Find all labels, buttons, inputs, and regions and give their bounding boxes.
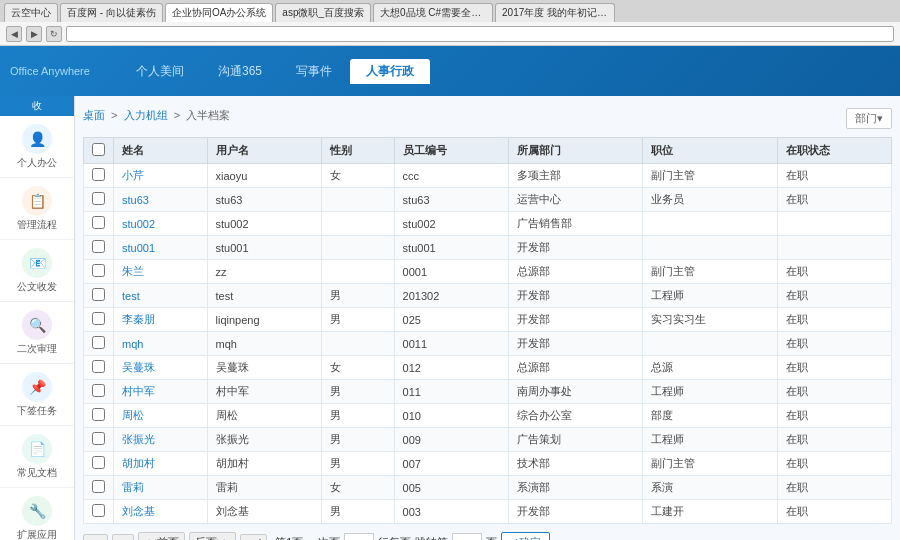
cell-status: 在职 [777, 404, 891, 428]
name-link-10[interactable]: 周松 [122, 409, 144, 421]
cell-name: test [114, 284, 208, 308]
cell-position: 总源 [643, 356, 778, 380]
cell-username: zz [207, 260, 321, 284]
cell-gender [321, 212, 394, 236]
name-link-13[interactable]: 雷莉 [122, 481, 144, 493]
sidebar-label-doc: 公文收发 [17, 281, 57, 293]
url-bar[interactable] [66, 26, 894, 42]
name-link-14[interactable]: 刘念基 [122, 505, 155, 517]
table-row: 村中军 村中军 男 011 南周办事处 工程师 在职 [84, 380, 892, 404]
next2-page-btn[interactable]: 后页>> [189, 532, 236, 540]
row-checkbox-13[interactable] [92, 480, 105, 493]
cell-name: 雷莉 [114, 476, 208, 500]
select-all-checkbox[interactable] [92, 143, 105, 156]
sidebar-item-doc[interactable]: 📧 公文收发 [0, 240, 74, 302]
nav-back-btn[interactable]: ◀ [6, 26, 22, 42]
row-checkbox-8[interactable] [92, 360, 105, 373]
browser-tab-1[interactable]: 百度网 - 向以徒素伤 [60, 3, 163, 22]
name-link-3[interactable]: stu001 [122, 242, 155, 254]
sidebar-item-tasks[interactable]: 📌 下签任务 [0, 364, 74, 426]
name-link-2[interactable]: stu002 [122, 218, 155, 230]
cell-empno: 0011 [394, 332, 508, 356]
row-checkbox-5[interactable] [92, 288, 105, 301]
cell-dept: 总源部 [508, 260, 643, 284]
nav-forward-btn[interactable]: ▶ [26, 26, 42, 42]
browser-tab-4[interactable]: 大想0品境 C#需要全能黑用… [373, 3, 493, 22]
prev-page-btn[interactable]: < [112, 534, 134, 541]
row-checkbox-2[interactable] [92, 216, 105, 229]
table-row: 小芹 xiaoyu 女 ccc 多项主部 副门主管 在职 [84, 164, 892, 188]
cell-gender: 男 [321, 500, 394, 524]
row-checkbox-7[interactable] [92, 336, 105, 349]
th-username: 用户名 [207, 138, 321, 164]
name-link-5[interactable]: test [122, 290, 140, 302]
nav-tab-personal[interactable]: 个人美间 [120, 59, 200, 84]
row-checkbox-9[interactable] [92, 384, 105, 397]
prev2-page-btn[interactable]: <<前页 [138, 532, 185, 540]
cell-checkbox [84, 500, 114, 524]
row-checkbox-11[interactable] [92, 432, 105, 445]
cell-name: stu63 [114, 188, 208, 212]
nav-tab-work[interactable]: 写事件 [280, 59, 348, 84]
breadcrumb: 桌面 > 入力机组 > 入半档案 [83, 104, 230, 127]
nav-tab-communication[interactable]: 沟通365 [202, 59, 278, 84]
sidebar-item-files[interactable]: 📄 常见文档 [0, 426, 74, 488]
browser-tab-5[interactable]: 2017年度 我的年初记录 到… [495, 3, 615, 22]
cell-username: stu63 [207, 188, 321, 212]
row-checkbox-1[interactable] [92, 192, 105, 205]
sidebar-item-workflow[interactable]: 📋 管理流程 [0, 178, 74, 240]
goto-page-input[interactable] [452, 533, 482, 541]
top-right-dept[interactable]: 部门▾ [846, 108, 892, 129]
nav-refresh-btn[interactable]: ↻ [46, 26, 62, 42]
row-checkbox-3[interactable] [92, 240, 105, 253]
browser-tab-0[interactable]: 云空中心 [4, 3, 58, 22]
cell-name: 张振光 [114, 428, 208, 452]
name-link-7[interactable]: mqh [122, 338, 143, 350]
browser-tabs-bar: 云空中心 百度网 - 向以徒素伤 企业协同OA办公系统 asp微职_百度搜索 大… [0, 0, 900, 22]
row-checkbox-14[interactable] [92, 504, 105, 517]
name-link-4[interactable]: 朱兰 [122, 265, 144, 277]
cell-username: xiaoyu [207, 164, 321, 188]
cell-name: 村中军 [114, 380, 208, 404]
row-checkbox-6[interactable] [92, 312, 105, 325]
sidebar-item-review[interactable]: 🔍 二次审理 [0, 302, 74, 364]
cell-username: 吴蔓珠 [207, 356, 321, 380]
cell-gender: 男 [321, 428, 394, 452]
cell-gender [321, 188, 394, 212]
row-checkbox-10[interactable] [92, 408, 105, 421]
cell-username: test [207, 284, 321, 308]
name-link-6[interactable]: 李秦朋 [122, 313, 155, 325]
browser-tab-3[interactable]: asp微职_百度搜索 [275, 3, 371, 22]
name-link-1[interactable]: stu63 [122, 194, 149, 206]
row-checkbox-0[interactable] [92, 168, 105, 181]
name-link-0[interactable]: 小芹 [122, 169, 144, 181]
cell-empno: 005 [394, 476, 508, 500]
breadcrumb-home[interactable]: 桌面 [83, 109, 105, 121]
page-goto-input[interactable]: 15 [344, 533, 374, 541]
cell-position: 副门主管 [643, 260, 778, 284]
row-checkbox-12[interactable] [92, 456, 105, 469]
th-gender: 性别 [321, 138, 394, 164]
name-link-9[interactable]: 村中军 [122, 385, 155, 397]
cell-username: 胡加村 [207, 452, 321, 476]
doc-icon: 📧 [22, 248, 52, 278]
cell-position: 副门主管 [643, 452, 778, 476]
cell-checkbox [84, 356, 114, 380]
page-confirm-btn[interactable]: ✓确定 [501, 532, 550, 540]
name-link-12[interactable]: 胡加村 [122, 457, 155, 469]
cell-position: 系演 [643, 476, 778, 500]
first-page-btn[interactable]: << [83, 534, 108, 541]
cell-dept: 综合办公室 [508, 404, 643, 428]
sidebar-collapse-btn[interactable]: 收 [0, 96, 74, 116]
name-link-11[interactable]: 张振光 [122, 433, 155, 445]
browser-tab-2[interactable]: 企业协同OA办公系统 [165, 3, 273, 22]
last-page-btn[interactable]: >>| [240, 534, 268, 541]
cell-gender: 男 [321, 452, 394, 476]
sidebar-item-personal[interactable]: 👤 个人办公 [0, 116, 74, 178]
sidebar-item-extend[interactable]: 🔧 扩展应用 [0, 488, 74, 540]
row-checkbox-4[interactable] [92, 264, 105, 277]
breadcrumb-group[interactable]: 入力机组 [124, 109, 168, 121]
nav-tab-hr[interactable]: 人事行政 [350, 59, 430, 84]
cell-status: 在职 [777, 476, 891, 500]
name-link-8[interactable]: 吴蔓珠 [122, 361, 155, 373]
